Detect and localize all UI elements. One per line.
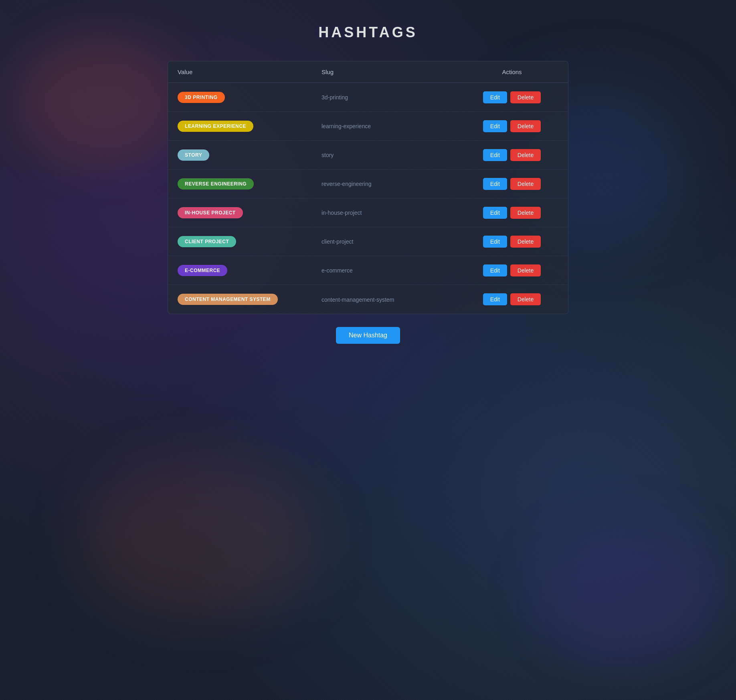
- delete-button[interactable]: Delete: [510, 236, 541, 248]
- page-title: HASHTAGS: [318, 24, 417, 41]
- edit-button[interactable]: Edit: [483, 264, 507, 276]
- slug-cell: content-management-system: [312, 290, 456, 309]
- table-body: 3D PRINTING3d-printingEditDeleteLEARNING…: [168, 83, 568, 314]
- table-header: Value Slug Actions: [168, 61, 568, 83]
- edit-button[interactable]: Edit: [483, 91, 507, 103]
- hashtag-badge: 3D PRINTING: [178, 92, 225, 103]
- slug-text: content-management-system: [321, 297, 394, 303]
- delete-button[interactable]: Delete: [510, 207, 541, 219]
- slug-text: learning-experience: [321, 123, 371, 129]
- edit-button[interactable]: Edit: [483, 236, 507, 248]
- hashtag-badge: STORY: [178, 149, 209, 161]
- delete-button[interactable]: Delete: [510, 264, 541, 276]
- delete-button[interactable]: Delete: [510, 293, 541, 305]
- value-cell: STORY: [168, 144, 312, 166]
- header-slug: Slug: [312, 61, 456, 83]
- actions-cell: EditDelete: [456, 230, 568, 253]
- edit-button[interactable]: Edit: [483, 178, 507, 190]
- slug-text: story: [321, 152, 334, 158]
- hashtags-table: Value Slug Actions 3D PRINTING3d-printin…: [168, 61, 568, 314]
- slug-cell: client-project: [312, 232, 456, 250]
- hashtag-badge: CLIENT PROJECT: [178, 236, 236, 247]
- delete-button[interactable]: Delete: [510, 178, 541, 190]
- slug-text: e-commerce: [321, 267, 353, 274]
- value-cell: IN-HOUSE PROJECT: [168, 202, 312, 224]
- actions-cell: EditDelete: [456, 172, 568, 196]
- table-row: LEARNING EXPERIENCElearning-experienceEd…: [168, 112, 568, 141]
- actions-cell: EditDelete: [456, 259, 568, 282]
- slug-cell: in-house-project: [312, 204, 456, 222]
- header-value: Value: [168, 61, 312, 83]
- hashtag-badge: E-COMMERCE: [178, 265, 227, 276]
- slug-cell: reverse-engineering: [312, 175, 456, 193]
- value-cell: E-COMMERCE: [168, 259, 312, 282]
- table-row: CLIENT PROJECTclient-projectEditDelete: [168, 227, 568, 256]
- slug-cell: learning-experience: [312, 117, 456, 135]
- delete-button[interactable]: Delete: [510, 149, 541, 161]
- edit-button[interactable]: Edit: [483, 120, 507, 132]
- slug-text: 3d-printing: [321, 94, 348, 101]
- table-row: 3D PRINTING3d-printingEditDelete: [168, 83, 568, 112]
- value-cell: LEARNING EXPERIENCE: [168, 115, 312, 137]
- value-cell: CLIENT PROJECT: [168, 230, 312, 253]
- table-row: REVERSE ENGINEERINGreverse-engineeringEd…: [168, 169, 568, 198]
- new-hashtag-button[interactable]: New Hashtag: [336, 327, 400, 344]
- table-row: E-COMMERCEe-commerceEditDelete: [168, 256, 568, 285]
- edit-button[interactable]: Edit: [483, 149, 507, 161]
- slug-cell: story: [312, 146, 456, 164]
- edit-button[interactable]: Edit: [483, 207, 507, 219]
- slug-text: in-house-project: [321, 210, 362, 216]
- delete-button[interactable]: Delete: [510, 120, 541, 132]
- slug-cell: e-commerce: [312, 261, 456, 279]
- hashtag-badge: REVERSE ENGINEERING: [178, 178, 254, 190]
- table-row: STORYstoryEditDelete: [168, 141, 568, 169]
- edit-button[interactable]: Edit: [483, 293, 507, 305]
- slug-text: client-project: [321, 238, 353, 245]
- slug-cell: 3d-printing: [312, 88, 456, 106]
- actions-cell: EditDelete: [456, 143, 568, 167]
- value-cell: CONTENT MANAGEMENT SYSTEM: [168, 288, 312, 311]
- value-cell: REVERSE ENGINEERING: [168, 173, 312, 195]
- table-row: IN-HOUSE PROJECTin-house-projectEditDele…: [168, 198, 568, 227]
- slug-text: reverse-engineering: [321, 181, 372, 187]
- hashtag-badge: LEARNING EXPERIENCE: [178, 121, 253, 132]
- hashtag-badge: CONTENT MANAGEMENT SYSTEM: [178, 294, 278, 305]
- actions-cell: EditDelete: [456, 115, 568, 138]
- table-row: CONTENT MANAGEMENT SYSTEMcontent-managem…: [168, 285, 568, 314]
- actions-cell: EditDelete: [456, 201, 568, 224]
- header-actions: Actions: [456, 61, 568, 83]
- value-cell: 3D PRINTING: [168, 86, 312, 109]
- actions-cell: EditDelete: [456, 288, 568, 311]
- hashtag-badge: IN-HOUSE PROJECT: [178, 207, 243, 218]
- actions-cell: EditDelete: [456, 86, 568, 109]
- delete-button[interactable]: Delete: [510, 91, 541, 103]
